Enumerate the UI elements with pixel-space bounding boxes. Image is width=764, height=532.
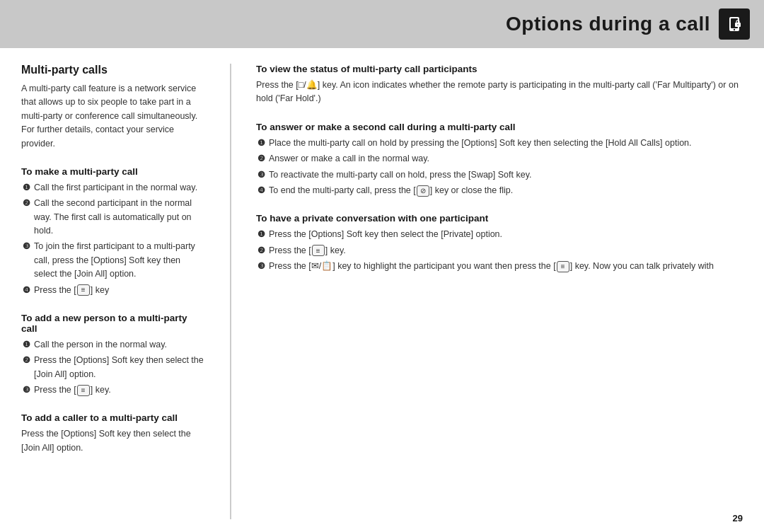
num-4-icon (23, 284, 30, 297)
add-caller-title: To add a caller to a multi‑party call (21, 412, 205, 423)
list-item: To join the first participant to a multi… (21, 240, 205, 281)
add-caller-body: Press the [Options] Soft key then select… (21, 427, 205, 455)
view-status-title: To view the status of multi‑party call p… (256, 64, 743, 74)
menu-key-icon: ≡ (557, 261, 569, 272)
menu-key-icon: ≡ (77, 284, 90, 296)
list-item-text: To end the multi-party call, press the [… (269, 184, 743, 197)
list-item-text: Press the [≡] key. (269, 244, 743, 258)
main-content: Multi-party calls A multi-party call fea… (0, 48, 764, 532)
list-item-text: Place the multi-party call on hold by pr… (269, 137, 743, 150)
menu-key-icon: ≡ (312, 245, 325, 256)
add-person-section: To add a new person to a multi‑party cal… (21, 313, 205, 402)
list-item-text: Press the [✉/📋] key to highlight the par… (269, 260, 743, 273)
list-item: Press the [✉/📋] key to highlight the par… (256, 260, 743, 273)
svg-point-2 (734, 29, 735, 30)
list-item: Call the person in the normal way. (21, 338, 205, 352)
intro-paragraph: A multi-party call feature is a network … (21, 82, 205, 151)
svg-point-4 (737, 24, 739, 25)
main-section-title: Multi-party calls (21, 64, 205, 76)
page: Options during a call Multi-party call (0, 0, 764, 532)
num-1-icon (257, 228, 265, 241)
list-item: To end the multi-party call, press the [… (256, 184, 743, 197)
list-item-text: To join the first participant to a multi… (34, 240, 205, 281)
header: Options during a call (0, 0, 764, 48)
num-1-icon (23, 181, 30, 195)
num-4-icon (257, 184, 265, 197)
list-item-text: Press the [≡] key. (34, 383, 205, 397)
private-conversation-section: To have a private conversation with one … (256, 213, 743, 277)
make-multiparty-section: To make a multi‑party call Call the firs… (21, 166, 205, 301)
multiparty-intro-section: Multi-party calls A multi-party call fea… (21, 64, 205, 155)
left-column: Multi-party calls A multi-party call fea… (21, 64, 205, 519)
list-item-text: Answer or make a call in the normal way. (269, 152, 743, 166)
list-item: To reactivate the multi-party call on ho… (256, 168, 743, 182)
add-caller-section: To add a caller to a multi‑party call Pr… (21, 412, 205, 459)
list-item-text: Press the [≡] key (34, 284, 205, 297)
make-multiparty-list: Call the first participant in the normal… (21, 181, 205, 297)
num-3-icon (257, 260, 265, 273)
list-item: Press the [Options] Soft key then select… (21, 354, 205, 381)
list-item-text: Press the [Options] Soft key then select… (269, 228, 743, 241)
list-item-text: Press the [Options] Soft key then select… (34, 354, 205, 381)
add-person-title: To add a new person to a multi‑party cal… (21, 313, 205, 334)
num-3-icon (23, 383, 30, 397)
list-item-text: To reactivate the multi-party call on ho… (269, 168, 743, 182)
num-2-icon (23, 354, 30, 381)
private-conv-list: Press the [Options] Soft key then select… (256, 228, 743, 273)
phone-lock-icon (719, 8, 750, 40)
num-2-icon (257, 244, 265, 258)
num-3-icon (257, 168, 265, 182)
answer-second-title: To answer or make a second call during a… (256, 122, 743, 132)
list-item: Press the [Options] Soft key then select… (256, 228, 743, 241)
list-item-text: Call the first participant in the normal… (34, 181, 205, 195)
answer-second-section: To answer or make a second call during a… (256, 122, 743, 202)
list-item: Answer or make a call in the normal way. (256, 152, 743, 166)
list-item-text: Call the person in the normal way. (34, 338, 205, 352)
end-call-key-icon: ⊘ (417, 185, 429, 197)
page-title: Options during a call (506, 13, 710, 35)
list-item: Press the [≡] key. (21, 383, 205, 397)
view-status-section: To view the status of multi‑party call p… (256, 64, 743, 110)
list-item: Press the [≡] key (21, 284, 205, 297)
list-item-text: Call the second participant in the norma… (34, 197, 205, 238)
list-item: Call the first participant in the normal… (21, 181, 205, 195)
num-2-icon (23, 197, 30, 238)
list-item: Press the [≡] key. (256, 244, 743, 258)
right-column: To view the status of multi‑party call p… (256, 64, 743, 519)
make-multiparty-title: To make a multi‑party call (21, 166, 205, 177)
view-status-body: Press the [□/🔔] key. An icon indicates w… (256, 79, 743, 106)
num-3-icon (23, 240, 30, 281)
menu-key-icon: ≡ (77, 385, 90, 396)
list-item: Place the multi-party call on hold by pr… (256, 137, 743, 150)
column-divider (230, 64, 231, 519)
header-title-block: Options during a call (506, 8, 750, 40)
private-conv-title: To have a private conversation with one … (256, 213, 743, 224)
page-number: 29 (733, 513, 743, 524)
list-item: Call the second participant in the norma… (21, 197, 205, 238)
add-person-list: Call the person in the normal way. Press… (21, 338, 205, 398)
num-2-icon (257, 152, 265, 166)
answer-second-list: Place the multi-party call on hold by pr… (256, 137, 743, 198)
num-1-icon (257, 137, 265, 150)
num-1-icon (23, 338, 30, 352)
